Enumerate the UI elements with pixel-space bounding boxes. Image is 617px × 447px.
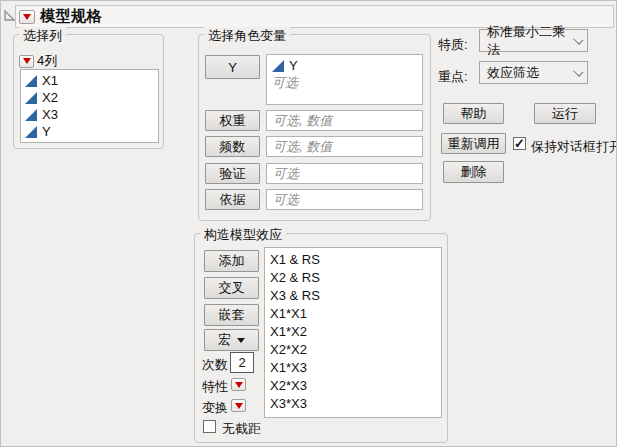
weight-placeholder: 可选, 数值	[273, 112, 332, 130]
construct-effects-label: 构造模型效应	[200, 226, 286, 244]
cross-effect-button[interactable]: 交叉	[204, 277, 259, 299]
column-list-item[interactable]: X3	[24, 106, 155, 123]
add-effect-button[interactable]: 添加	[204, 250, 259, 272]
y-role-item[interactable]: Y	[271, 57, 418, 74]
weight-role-button[interactable]: 权重	[205, 110, 260, 131]
transform-menu-icon[interactable]	[231, 399, 246, 412]
recall-button[interactable]: 重新调用	[441, 133, 506, 154]
red-triangle-menu-icon[interactable]	[19, 10, 35, 24]
red-triangle-glyph	[235, 403, 243, 409]
model-effect-item[interactable]: X1*X1	[270, 304, 436, 322]
column-list-item[interactable]: X1	[24, 72, 155, 89]
no-intercept-label[interactable]: 无截距	[222, 420, 261, 438]
model-effect-text: X1*X3	[270, 360, 307, 375]
column-name: X3	[42, 107, 58, 122]
column-name: X1	[42, 73, 58, 88]
by-placeholder: 可选	[273, 191, 299, 209]
nest-effect-button[interactable]: 嵌套	[204, 304, 259, 326]
columns-menu-icon[interactable]	[19, 55, 34, 68]
validation-role-box[interactable]: 可选	[266, 163, 423, 184]
keep-dialog-open-label[interactable]: 保持对话框打开	[531, 138, 617, 156]
run-button[interactable]: 运行	[534, 103, 596, 124]
macros-label: 宏	[218, 331, 231, 349]
column-name: Y	[42, 124, 51, 139]
validation-role-button[interactable]: 验证	[205, 163, 260, 184]
personality-label: 特质:	[438, 36, 468, 54]
keep-dialog-open-checkbox[interactable]: ✓	[513, 137, 526, 150]
column-name: X2	[42, 90, 58, 105]
model-effect-text: X3*X3	[270, 396, 307, 411]
columns-count-label: 4列	[37, 52, 57, 70]
chevron-down-icon	[573, 34, 583, 44]
model-effect-item[interactable]: X1*X2	[270, 322, 436, 340]
attributes-menu-icon[interactable]	[231, 378, 246, 391]
red-triangle-glyph	[235, 382, 243, 388]
degree-label: 次数	[202, 356, 228, 374]
column-list-item[interactable]: X2	[24, 89, 155, 106]
model-effect-text: X1*X2	[270, 324, 307, 339]
y-role-placeholder: 可选	[272, 74, 298, 92]
continuous-column-icon	[25, 109, 37, 121]
model-effect-item[interactable]: X3*X3	[270, 394, 436, 412]
macros-menu-button[interactable]: 宏	[204, 329, 259, 351]
model-effect-item[interactable]: X2*X3	[270, 376, 436, 394]
frequency-role-button[interactable]: 频数	[205, 136, 260, 157]
emphasis-label: 重点:	[438, 68, 468, 86]
model-effect-item[interactable]: X3 & RS	[270, 286, 436, 304]
continuous-column-icon	[25, 126, 37, 138]
attributes-label: 特性	[202, 378, 228, 396]
frequency-role-box[interactable]: 可选, 数值	[266, 136, 423, 157]
fit-model-dialog: 模型规格 选择列 4列 X1 X2 X3 Y	[0, 0, 617, 447]
pick-roles-label: 选择角色变量	[204, 27, 290, 45]
dropdown-triangle-icon	[237, 338, 245, 343]
continuous-column-icon	[25, 92, 37, 104]
model-effect-item[interactable]: X2*X2	[270, 340, 436, 358]
weight-role-box[interactable]: 可选, 数值	[266, 110, 423, 131]
chevron-down-icon	[573, 66, 583, 76]
model-effect-item[interactable]: X1*X3	[270, 358, 436, 376]
y-role-box[interactable]: Y 可选	[266, 54, 423, 105]
page-title: 模型规格	[40, 7, 102, 26]
no-intercept-checkbox[interactable]	[203, 420, 216, 433]
model-effect-item[interactable]: X2 & RS	[270, 268, 436, 286]
by-role-button[interactable]: 依据	[205, 189, 260, 210]
select-columns-label: 选择列	[19, 27, 66, 45]
red-triangle-glyph	[23, 58, 31, 64]
emphasis-value: 效应筛选	[487, 64, 539, 82]
model-effects-list[interactable]: X1 & RS X2 & RS X3 & RS X1*X1 X1*X2 X2*X…	[264, 247, 442, 418]
model-effect-text: X1*X1	[270, 306, 307, 321]
continuous-column-icon	[272, 60, 284, 72]
y-role-button[interactable]: Y	[205, 55, 260, 79]
y-role-item-name: Y	[289, 58, 298, 73]
model-effect-text: X1 & RS	[270, 252, 320, 267]
model-effect-text: X3 & RS	[270, 288, 320, 303]
columns-filter-menu[interactable]: 4列	[19, 52, 57, 70]
by-role-box[interactable]: 可选	[266, 189, 423, 210]
transform-label: 变换	[202, 399, 228, 417]
personality-dropdown[interactable]: 标准最小二乘法	[479, 29, 588, 52]
select-columns-group: 选择列 4列 X1 X2 X3 Y	[13, 34, 164, 149]
model-effect-text: X2*X3	[270, 378, 307, 393]
red-triangle-glyph	[23, 14, 31, 20]
emphasis-dropdown[interactable]: 效应筛选	[479, 61, 588, 84]
model-effect-text: X2*X2	[270, 342, 307, 357]
model-effect-text: X2 & RS	[270, 270, 320, 285]
degree-input[interactable]: 2	[230, 352, 254, 373]
continuous-column-icon	[25, 75, 37, 87]
outline-collapse-icon[interactable]	[3, 9, 15, 22]
validation-placeholder: 可选	[273, 165, 299, 183]
model-effect-item[interactable]: X1 & RS	[270, 250, 436, 268]
construct-effects-group: 构造模型效应 添加 交叉 嵌套 宏 次数 2 特性 变换 无截距 X1 & RS…	[194, 233, 448, 443]
help-button[interactable]: 帮助	[443, 103, 504, 124]
columns-list[interactable]: X1 X2 X3 Y	[20, 69, 159, 143]
personality-value: 标准最小二乘法	[487, 23, 573, 59]
frequency-placeholder: 可选, 数值	[273, 138, 332, 156]
column-list-item[interactable]: Y	[24, 123, 155, 140]
remove-button[interactable]: 删除	[443, 161, 504, 183]
pick-roles-group: 选择角色变量 Y Y 可选 权重 可选, 数值 频数 可选, 数值 验证 可选 …	[198, 34, 431, 221]
